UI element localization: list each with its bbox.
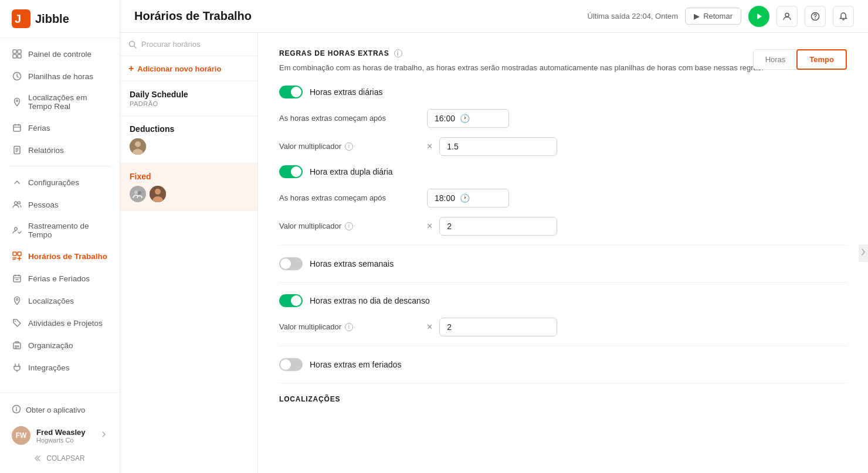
sidebar-item-rastreamento[interactable]: Rastreamento de Tempo: [0, 216, 120, 245]
horas-button[interactable]: Horas: [754, 50, 798, 69]
daily-overtime-start-input[interactable]: 16:00 🕐: [427, 109, 509, 128]
add-schedule-button[interactable]: + Adicionar novo horário: [120, 56, 257, 81]
chevron-right-icon: [100, 430, 108, 441]
svg-rect-3: [18, 50, 21, 53]
sidebar-item-organizacao[interactable]: Organização: [0, 334, 120, 356]
calendar-x-icon: [12, 273, 22, 284]
double-daily-start-row: As horas extras começam após 18:00 🕐: [279, 189, 847, 207]
schedule-deductions-name: Deductions: [130, 124, 248, 134]
schedule-item-fixed[interactable]: Fixed: [120, 164, 257, 211]
rule-rest-day-label: Horas extras no dia de descanso: [310, 296, 430, 305]
sidebar-item-ferias[interactable]: Férias: [0, 117, 120, 139]
svg-point-24: [815, 18, 816, 19]
deductions-avatar: [130, 138, 146, 155]
multiply-icon-2: ×: [427, 221, 432, 232]
file-text-icon: [12, 145, 22, 155]
sidebar-item-localizacoes[interactable]: Localizações: [0, 290, 120, 312]
svg-point-29: [134, 190, 138, 194]
schedule-item-deductions[interactable]: Deductions: [120, 116, 257, 164]
rest-day-multiplier-row: Valor multiplicador i ×: [279, 318, 847, 336]
multiplier-info-icon-2[interactable]: i: [345, 222, 353, 230]
sidebar-item-painel[interactable]: Painel de controle: [0, 43, 120, 65]
sidebar-item-integracoes-label: Integrações: [28, 363, 70, 372]
double-daily-start-input[interactable]: 18:00 🕐: [427, 189, 509, 207]
rule-double-daily-toggle[interactable]: [279, 165, 303, 178]
daily-overtime-multiplier-label: Valor multiplicador i: [279, 142, 420, 151]
sidebar-item-organizacao-label: Organização: [28, 341, 73, 350]
plus-icon: +: [128, 63, 134, 74]
tempo-button[interactable]: Tempo: [796, 49, 847, 70]
retomar-button[interactable]: ▶ Retomar: [685, 8, 741, 25]
rule-daily-overtime-label: Horas extras diárias: [310, 87, 383, 97]
user-profile[interactable]: FW Fred Weasley Hogwarts Co: [12, 420, 108, 451]
play-button[interactable]: [748, 6, 769, 27]
divider-2: [279, 282, 847, 283]
sidebar-item-configuracoes[interactable]: Configurações: [0, 171, 120, 193]
search-box[interactable]: Procurar horários: [120, 33, 257, 56]
sidebar-item-painel-label: Painel de controle: [28, 50, 91, 59]
divider-3: [279, 346, 847, 346]
sidebar-item-horarios-label: Horários de Trabalho: [28, 252, 107, 261]
localizacoes-title: LOCALIZAÇÕES: [279, 395, 340, 403]
building-icon: [12, 340, 22, 351]
sidebar-item-pessoas[interactable]: Pessoas: [0, 193, 120, 216]
daily-overtime-start-label: As horas extras começam após: [279, 114, 420, 122]
multiplier-info-icon-3[interactable]: i: [345, 323, 353, 331]
play-triangle-icon: ▶: [694, 12, 700, 21]
rest-day-multiplier-input[interactable]: [439, 318, 557, 336]
daily-overtime-multiplier-input[interactable]: [439, 137, 557, 156]
bell-icon-button[interactable]: [833, 6, 854, 27]
rule-holidays-toggle[interactable]: [279, 358, 303, 371]
rule-weekly-toggle-row: Horas extras semanais: [279, 257, 847, 270]
top-header: Horários de Trabalho Última saída 22:04,…: [120, 0, 868, 33]
rule-double-daily-toggle-row: Hora extra dupla diária: [279, 165, 847, 178]
daily-overtime-start-row: As horas extras começam após 16:00 🕐: [279, 109, 847, 128]
double-daily-multiplier-label: Valor multiplicador i: [279, 222, 420, 230]
collapse-label: COLAPSAR: [46, 454, 84, 462]
rule-rest-day-toggle[interactable]: [279, 294, 303, 307]
sidebar-item-ferias-feriados[interactable]: Férias e Feriados: [0, 267, 120, 290]
deductions-avatars: [130, 138, 248, 155]
svg-point-11: [18, 202, 21, 204]
sidebar-item-integracoes[interactable]: Integrações: [0, 356, 120, 379]
sidebar-item-relatorios[interactable]: Relatórios: [0, 139, 120, 161]
rule-weekly-toggle[interactable]: [279, 257, 303, 270]
svg-rect-8: [13, 125, 21, 131]
rule-daily-overtime-toggle[interactable]: [279, 86, 303, 98]
svg-point-12: [15, 227, 18, 230]
multiply-icon-3: ×: [427, 322, 432, 332]
get-app-button[interactable]: Obter o aplicativo: [12, 400, 108, 420]
users-icon: [12, 199, 22, 210]
svg-rect-19: [18, 346, 19, 347]
multiplier-info-icon[interactable]: i: [345, 142, 353, 151]
toggle-knob-3: [280, 258, 291, 269]
collapse-button[interactable]: COLAPSAR: [12, 451, 108, 466]
double-daily-multiplier-input[interactable]: [439, 217, 557, 236]
sidebar-item-localizacoes-rt-label: Localizações em Tempo Real: [28, 93, 108, 111]
svg-text:J: J: [15, 12, 21, 25]
sidebar-item-atividades[interactable]: Atividades e Projetos: [0, 312, 120, 334]
svg-rect-2: [13, 50, 16, 53]
hours-tempo-toggle: Horas Tempo: [753, 49, 847, 70]
sidebar-item-horarios[interactable]: Horários de Trabalho: [0, 245, 120, 267]
overtime-info-icon[interactable]: i: [394, 49, 402, 57]
search-placeholder: Procurar horários: [141, 40, 200, 49]
user-icon-button[interactable]: [777, 6, 798, 27]
sidebar-item-relatorios-label: Relatórios: [28, 146, 64, 155]
toggle-knob-5: [280, 359, 291, 370]
sidebar-item-localizacoes-rt[interactable]: Localizações em Tempo Real: [0, 87, 120, 117]
schedule-item-daily[interactable]: Daily Schedule PADRÃO: [120, 81, 257, 116]
schedule-daily-name: Daily Schedule: [130, 90, 248, 99]
overtime-title: REGRAS DE HORAS EXTRAS: [279, 49, 389, 57]
svg-rect-14: [18, 252, 21, 256]
scroll-right-button[interactable]: [859, 244, 868, 262]
sidebar-item-planilhas[interactable]: Planilhas de horas: [0, 65, 120, 87]
clock-input-icon: 🕐: [460, 114, 470, 123]
rule-rest-day-toggle-row: Horas extras no dia de descanso: [279, 294, 847, 307]
main-area: Horários de Trabalho Última saída 22:04,…: [120, 0, 868, 473]
question-icon-button[interactable]: [805, 6, 826, 27]
detail-inner: Horas Tempo REGRAS DE HORAS EXTRAS i Em …: [258, 33, 868, 473]
circle-info-icon: [12, 404, 21, 416]
last-exit-text: Última saída 22:04, Ontem: [588, 12, 679, 21]
svg-marker-21: [757, 13, 762, 19]
